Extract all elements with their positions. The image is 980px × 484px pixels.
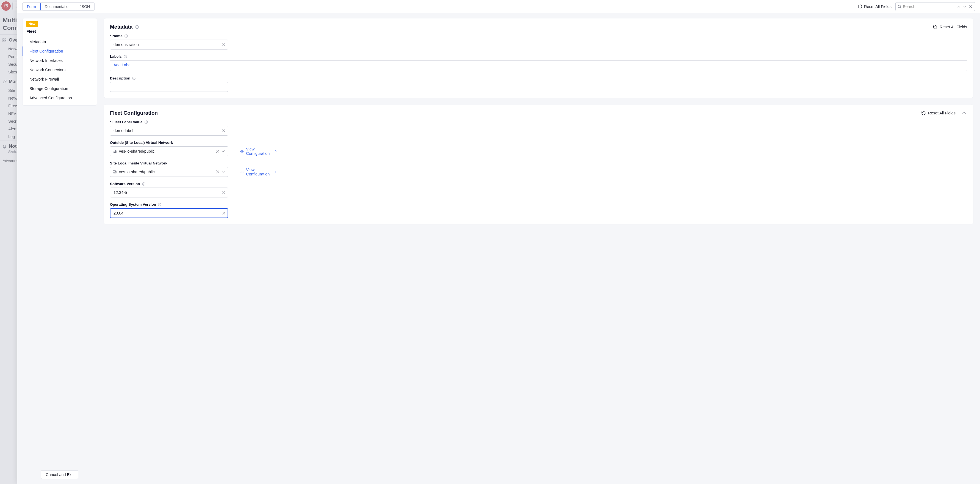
fleet-label-value-label: * Fleet Label Value: [110, 120, 143, 124]
view-mode-tabs: Form Documentation JSON: [22, 2, 94, 11]
info-icon: [123, 55, 127, 59]
svg-rect-12: [5, 40, 6, 42]
reset-icon: [858, 4, 862, 9]
search-input[interactable]: [903, 5, 955, 9]
svg-rect-9: [3, 38, 4, 40]
svg-point-6: [15, 7, 15, 7]
search-icon: [897, 5, 902, 9]
info-icon: [142, 182, 146, 186]
svg-point-0: [15, 5, 15, 5]
search-box[interactable]: [896, 2, 975, 11]
tab-form[interactable]: Form: [22, 2, 41, 11]
os-version-input[interactable]: [110, 208, 228, 218]
svg-point-13: [898, 5, 900, 7]
software-version-label: Software Version: [110, 182, 140, 186]
name-label: * Name: [110, 34, 123, 38]
software-version-input[interactable]: [110, 188, 228, 198]
collapse-toggle[interactable]: [961, 110, 967, 116]
chevron-right-icon: [274, 149, 278, 154]
metadata-heading: Metadata: [110, 24, 132, 30]
chevron-down-icon[interactable]: [221, 149, 226, 154]
svg-rect-11: [3, 40, 4, 42]
name-input[interactable]: [110, 40, 228, 50]
search-next-icon[interactable]: [962, 4, 967, 9]
secnav-item-network-firewall[interactable]: Network Firewall: [22, 75, 97, 84]
secnav-item-advanced-configuration[interactable]: Advanced Configuration: [22, 93, 97, 102]
secnav-item-storage-configuration[interactable]: Storage Configuration: [22, 84, 97, 93]
secnav-item-metadata[interactable]: Metadata: [22, 37, 97, 46]
tab-documentation[interactable]: Documentation: [40, 3, 75, 10]
secnav-item-network-connectors[interactable]: Network Connectors: [22, 65, 97, 75]
svg-point-7: [16, 7, 16, 7]
reset-icon: [933, 25, 937, 29]
info-icon: [144, 120, 148, 124]
svg-point-20: [242, 151, 242, 152]
view-configuration-link[interactable]: View Configuration: [240, 147, 278, 156]
info-icon: [124, 34, 128, 38]
chevron-right-icon: [274, 170, 278, 174]
secnav-title: Fleet: [22, 28, 97, 37]
svg-point-22: [242, 171, 242, 172]
clear-icon[interactable]: [221, 42, 226, 47]
inside-vn-label: Site Local Inside Virtual Network: [110, 161, 167, 165]
fleet-config-heading: Fleet Configuration: [110, 110, 158, 116]
metadata-reset-all[interactable]: Reset All Fields: [933, 25, 967, 29]
info-icon: [132, 77, 136, 80]
clear-icon[interactable]: [215, 169, 220, 174]
labels-input[interactable]: Add Label: [110, 60, 967, 71]
clear-icon[interactable]: [221, 211, 226, 215]
resource-icon: [112, 149, 117, 153]
svg-point-4: [16, 6, 16, 6]
info-icon: [158, 203, 162, 206]
secnav-item-fleet-configuration[interactable]: Fleet Configuration: [22, 46, 97, 56]
search-clear-icon[interactable]: [968, 4, 973, 9]
description-label: Description: [110, 76, 130, 80]
svg-rect-10: [5, 38, 6, 40]
new-badge: New: [26, 21, 38, 27]
chevron-up-icon: [961, 110, 967, 116]
fleet-label-value-input[interactable]: [110, 126, 228, 136]
svg-point-3: [15, 6, 15, 6]
f5-logo: f5: [2, 2, 11, 11]
secnav-item-network-interfaces[interactable]: Network Interfaces: [22, 56, 97, 65]
labels-label: Labels: [110, 54, 122, 59]
fleet-reset-all[interactable]: Reset All Fields: [921, 111, 956, 115]
inside-vn-select[interactable]: ves-io-shared/public: [110, 167, 228, 177]
svg-rect-21: [113, 171, 115, 173]
chevron-down-icon[interactable]: [221, 169, 226, 174]
eye-icon: [240, 149, 244, 154]
resource-icon: [112, 170, 117, 174]
cancel-and-exit-button[interactable]: Cancel and Exit: [41, 470, 78, 479]
outside-vn-select[interactable]: ves-io-shared/public: [110, 146, 228, 156]
reset-all-fields-top[interactable]: Reset All Fields: [858, 4, 891, 9]
tab-json[interactable]: JSON: [75, 3, 94, 10]
os-version-label: Operating System Version: [110, 203, 156, 206]
svg-point-1: [16, 5, 16, 5]
search-prev-icon[interactable]: [956, 4, 961, 9]
info-icon: [135, 25, 139, 29]
clear-icon[interactable]: [215, 149, 220, 154]
eye-icon: [240, 170, 244, 174]
reset-icon: [921, 111, 926, 115]
clear-icon[interactable]: [221, 190, 226, 195]
view-configuration-link[interactable]: View Configuration: [240, 168, 278, 176]
outside-vn-label: Outside (Site Local) Virtual Network: [110, 141, 173, 145]
description-input[interactable]: [110, 82, 228, 92]
clear-icon[interactable]: [221, 128, 226, 133]
svg-rect-19: [113, 150, 115, 152]
